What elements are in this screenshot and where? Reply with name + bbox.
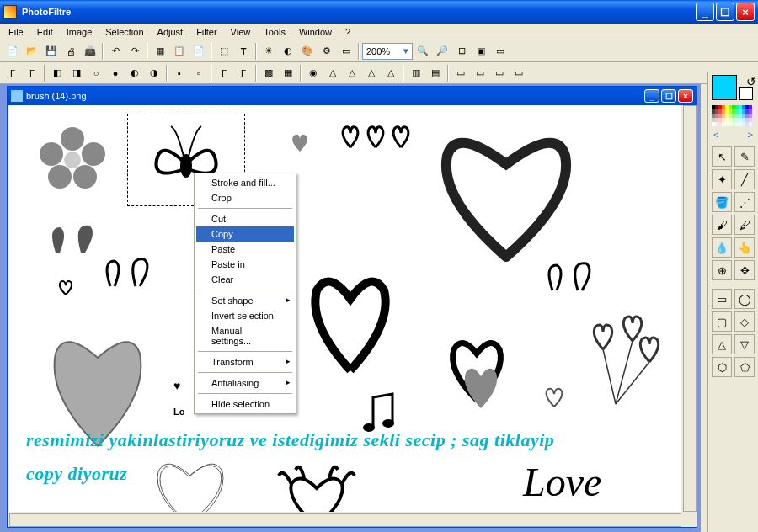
menu-image[interactable]: Image: [60, 25, 99, 39]
menu-copy[interactable]: Copy: [196, 226, 294, 242]
layer-icon[interactable]: ▭: [337, 42, 355, 61]
menu-antialiasing[interactable]: Antialiasing: [196, 375, 294, 391]
palette-prev-button[interactable]: <: [713, 130, 718, 140]
maximize-button[interactable]: ☐: [716, 3, 734, 21]
foreground-color-swatch[interactable]: [712, 75, 737, 100]
copy-icon[interactable]: 📋: [170, 42, 189, 61]
menu-stroke-fill[interactable]: Stroke and fill...: [196, 175, 294, 190]
menu-invert-selection[interactable]: Invert selection: [196, 308, 294, 323]
menu-clear[interactable]: Clear: [196, 272, 294, 287]
wand-tool[interactable]: ✦: [712, 169, 732, 189]
adjust-icon[interactable]: ⚙: [318, 42, 336, 61]
minimize-button[interactable]: _: [696, 3, 714, 21]
palette-icon[interactable]: 🎨: [298, 42, 317, 61]
zoom-select[interactable]: 200% ▾: [362, 43, 413, 60]
zoom-in-icon[interactable]: 🔍: [414, 42, 432, 61]
dither-icon[interactable]: ▩: [259, 64, 278, 82]
menu-filter[interactable]: Filter: [190, 25, 223, 39]
menu-help[interactable]: ?: [339, 25, 357, 39]
slideshow-icon[interactable]: ▭: [491, 42, 510, 61]
contrast-icon[interactable]: ◐: [279, 42, 297, 61]
histogram-icon[interactable]: ▭: [451, 64, 470, 82]
print-icon[interactable]: 🖨: [61, 42, 80, 61]
close-button[interactable]: ×: [736, 3, 755, 21]
extra-icon[interactable]: ▭: [510, 64, 528, 82]
open-file-icon[interactable]: 📂: [23, 42, 41, 61]
menu-cut[interactable]: Cut: [196, 211, 294, 226]
soften-icon[interactable]: △: [343, 64, 361, 82]
gamma-l-icon[interactable]: Γ: [215, 64, 233, 82]
horizontal-scrollbar[interactable]: [9, 513, 681, 527]
move-tool[interactable]: ✥: [734, 260, 755, 280]
lasso-shape[interactable]: ⬡: [712, 357, 732, 377]
eyedropper-tool[interactable]: ✎: [734, 146, 755, 167]
blur-tool[interactable]: 💧: [712, 237, 732, 258]
paste-icon[interactable]: 📄: [190, 42, 208, 61]
polygon-shape[interactable]: ⬠: [734, 357, 755, 377]
undo-icon[interactable]: ↶: [106, 42, 125, 61]
bright-minus-icon[interactable]: ○: [87, 64, 105, 82]
auto-contrast-icon[interactable]: Γ: [23, 64, 41, 82]
spray-tool[interactable]: ⋰: [734, 192, 755, 212]
doc-maximize-button[interactable]: ☐: [661, 89, 676, 103]
edge-icon[interactable]: △: [382, 64, 400, 82]
color-palette[interactable]: [712, 105, 755, 126]
menu-transform[interactable]: Transform: [196, 354, 294, 370]
module-icon[interactable]: ▭: [471, 64, 489, 82]
new-file-icon[interactable]: 📄: [3, 42, 22, 61]
menu-crop[interactable]: Crop: [196, 190, 294, 205]
doc-close-button[interactable]: ×: [678, 89, 693, 103]
line-tool[interactable]: ╱: [734, 169, 755, 189]
clone-tool[interactable]: ⊕: [712, 260, 732, 280]
gamma-minus-icon[interactable]: ◧: [48, 64, 67, 82]
menu-hide-selection[interactable]: Hide selection: [196, 396, 294, 412]
rgb-icon[interactable]: ▦: [151, 42, 169, 61]
fill-tool[interactable]: 🪣: [712, 192, 732, 212]
menu-tools[interactable]: Tools: [257, 25, 292, 39]
triangle2-shape[interactable]: ▽: [734, 334, 755, 354]
menu-selection[interactable]: Selection: [99, 25, 150, 39]
document-titlebar[interactable]: brush (14).png _ ☐ ×: [8, 87, 697, 105]
diamond-shape[interactable]: ◇: [734, 311, 755, 332]
background-color-swatch[interactable]: [739, 87, 753, 100]
posterize-icon[interactable]: ▦: [279, 64, 297, 82]
brightness-icon[interactable]: ☀: [259, 42, 278, 61]
menu-window[interactable]: Window: [292, 25, 339, 39]
grayscale-icon[interactable]: ▪: [170, 64, 189, 82]
variations-icon[interactable]: ▤: [426, 64, 445, 82]
vertical-scrollbar[interactable]: [683, 105, 697, 512]
sepia-icon[interactable]: ▫: [190, 64, 208, 82]
contrast-plus-icon[interactable]: ◑: [145, 64, 163, 82]
sharpen-icon[interactable]: △: [323, 64, 342, 82]
palette-next-button[interactable]: >: [748, 130, 753, 140]
bright-plus-icon[interactable]: ●: [106, 64, 125, 82]
gamma-plus-icon[interactable]: ◨: [67, 64, 86, 82]
brush-tool[interactable]: 🖌: [712, 215, 732, 235]
plugin-icon[interactable]: ▭: [490, 64, 509, 82]
menu-view[interactable]: View: [224, 25, 258, 39]
ellipse-shape[interactable]: ◯: [734, 289, 755, 309]
save-file-icon[interactable]: 💾: [42, 42, 61, 61]
contrast-minus-icon[interactable]: ◐: [125, 64, 144, 82]
menu-paste[interactable]: Paste: [196, 242, 294, 257]
doc-minimize-button[interactable]: _: [644, 89, 659, 103]
rounded-rect-shape[interactable]: ▢: [712, 311, 732, 332]
menu-adjust[interactable]: Adjust: [151, 25, 190, 39]
menu-set-shape[interactable]: Set shape: [196, 293, 294, 308]
zoom-out-icon[interactable]: 🔎: [433, 42, 451, 61]
blur-icon[interactable]: ◉: [304, 64, 323, 82]
swap-colors-icon[interactable]: ↺: [746, 75, 756, 88]
relief-icon[interactable]: △: [362, 64, 381, 82]
rect-shape[interactable]: ▭: [712, 289, 732, 309]
menu-edit[interactable]: Edit: [30, 25, 60, 39]
colorize-icon[interactable]: ▥: [407, 64, 425, 82]
advanced-brush-tool[interactable]: 🖊: [734, 215, 755, 235]
resize-icon[interactable]: ⬚: [215, 42, 233, 61]
pointer-tool[interactable]: ↖: [712, 146, 732, 167]
scan-icon[interactable]: 📠: [81, 42, 99, 61]
text-icon[interactable]: T: [234, 42, 253, 61]
fit-icon[interactable]: ⊡: [452, 42, 471, 61]
menu-manual-settings[interactable]: Manual settings...: [196, 323, 294, 348]
triangle-shape[interactable]: △: [712, 334, 732, 354]
redo-icon[interactable]: ↷: [125, 42, 144, 61]
